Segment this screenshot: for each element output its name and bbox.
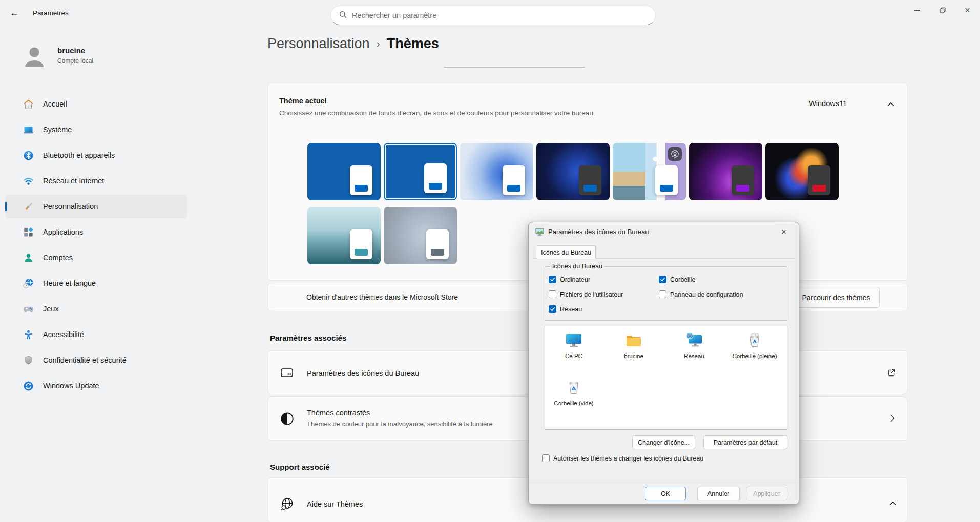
- bluetooth-icon: [23, 150, 34, 161]
- sidebar-item-label: Applications: [43, 228, 83, 236]
- sidebar-item-jeux[interactable]: Jeux: [5, 297, 187, 321]
- sidebar-item-label: Personnalisation: [43, 202, 98, 211]
- desktop-icon-ce-pc[interactable]: Ce PC: [543, 331, 604, 359]
- theme-thumbnail-windows-blue-current[interactable]: [384, 143, 457, 200]
- sidebar-item-label: Confidentialité et sécurité: [43, 356, 127, 364]
- desktop-icon-corbeille-pleine[interactable]: Corbeille (pleine): [724, 331, 785, 359]
- sidebar-item-label: Comptes: [43, 254, 73, 262]
- chevron-right-icon: [890, 414, 895, 424]
- card-subtitle: Thèmes de couleur pour la malvoyance, se…: [307, 420, 493, 428]
- dialog-title: Paramètres des icônes du Bureau: [548, 228, 649, 236]
- sidebar-item-label: Windows Update: [43, 382, 99, 390]
- cancel-button[interactable]: Annuler: [697, 487, 740, 500]
- apps-icon: [23, 226, 34, 238]
- sidebar-item-comptes[interactable]: Comptes: [5, 246, 187, 269]
- update-icon: [23, 380, 34, 391]
- restore-button[interactable]: [930, 0, 955, 20]
- ok-button[interactable]: OK: [645, 487, 686, 500]
- related-settings-heading: Paramètres associés: [270, 333, 346, 342]
- settings-window: ← Paramètres × brucine Compte local Accu…: [0, 0, 980, 522]
- sidebar-item-systeme[interactable]: Système: [5, 118, 187, 141]
- sidebar-item-heure-langue[interactable]: Heure et langue: [5, 272, 187, 295]
- avatar[interactable]: [18, 40, 50, 72]
- sidebar-item-applications[interactable]: Applications: [5, 220, 187, 244]
- change-icon-button[interactable]: Changer d'icône...: [632, 435, 695, 449]
- desktop-icon-corbeille-vide[interactable]: Corbeille (vide): [543, 379, 604, 406]
- close-button[interactable]: ×: [955, 0, 980, 20]
- theme-thumbnail-contrast-collage[interactable]: [613, 143, 686, 200]
- checkbox-ordinateur[interactable]: Ordinateur: [549, 276, 590, 283]
- checkbox-icon: [549, 305, 556, 313]
- restore-defaults-button[interactable]: Paramètres par défaut: [703, 435, 787, 449]
- theme-thumbnail-flow-gray[interactable]: [384, 207, 457, 264]
- breadcrumb-parent[interactable]: Personnalisation: [267, 36, 370, 52]
- sidebar-item-label: Accueil: [43, 100, 67, 108]
- minimize-button[interactable]: [905, 0, 930, 20]
- groupbox-label: Icônes du Bureau: [550, 263, 604, 270]
- support-heading: Support associé: [270, 463, 330, 471]
- tab-icones-du-bureau[interactable]: Icônes du Bureau: [536, 245, 596, 259]
- browse-themes-button[interactable]: Parcourir des thèmes: [793, 287, 880, 308]
- desktop-icon-settings-dialog: Paramètres des icônes du Bureau × Icônes…: [528, 222, 799, 505]
- sidebar-item-accueil[interactable]: Accueil: [5, 92, 187, 116]
- theme-thumbnail-glow-purple[interactable]: [689, 143, 762, 200]
- personalization-icon: [23, 201, 34, 212]
- user-icon: [18, 40, 50, 72]
- search-box[interactable]: [330, 6, 656, 25]
- sidebar-item-label: Accessibilité: [43, 330, 84, 339]
- breadcrumb-separator-icon: ›: [377, 37, 380, 50]
- theme-thumbnail-flower-dark[interactable]: [765, 143, 839, 200]
- desktop-icon-label: Réseau: [663, 353, 725, 359]
- dialog-titlebar[interactable]: Paramètres des icônes du Bureau ×: [529, 222, 799, 241]
- checkbox-panneau-configuration[interactable]: Panneau de configuration: [659, 290, 743, 298]
- current-theme-title: Thème actuel: [279, 97, 327, 105]
- sidebar-item-label: Réseau et Internet: [43, 177, 104, 185]
- desktop-icons-list: Ce PC brucine Réseau Corbeille (pleine) …: [545, 326, 787, 430]
- restore-icon: [940, 7, 946, 13]
- desktop-icon-label: brucine: [603, 353, 664, 359]
- theme-thumbnail-captured-motion[interactable]: [307, 207, 381, 264]
- checkbox-fichiers-utilisateur[interactable]: Fichiers de l'utilisateur: [549, 290, 623, 298]
- desktop-icon-brucine[interactable]: brucine: [603, 331, 664, 359]
- theme-thumbnail-bloom-light[interactable]: [460, 143, 533, 200]
- checkbox-label: Fichiers de l'utilisateur: [560, 291, 623, 298]
- sidebar-item-accessibilite[interactable]: Accessibilité: [5, 323, 187, 346]
- chevron-up-icon[interactable]: [889, 498, 896, 508]
- checkbox-corbeille[interactable]: Corbeille: [659, 276, 695, 283]
- back-button[interactable]: ←: [5, 4, 24, 22]
- expander-collapse-button[interactable]: [885, 98, 897, 110]
- accessibility-icon: [23, 329, 34, 340]
- theme-thumbnail-bloom-dark[interactable]: [536, 143, 610, 200]
- games-icon: [23, 303, 34, 315]
- dialog-footer-divider: [529, 482, 799, 482]
- window-controls: ×: [905, 0, 980, 20]
- desktop-icons-icon: [280, 366, 294, 382]
- store-row-label: Obtenir d'autres thèmes dans le Microsof…: [306, 293, 458, 301]
- desktop-icon-reseau[interactable]: Réseau: [663, 331, 725, 359]
- current-theme-value: Windows11: [809, 99, 847, 108]
- sidebar-item-personnalisation[interactable]: Personnalisation: [5, 195, 187, 218]
- search-icon: [339, 11, 347, 20]
- dialog-close-icon[interactable]: ×: [775, 225, 793, 239]
- checkbox-allow-themes[interactable]: Autoriser les thèmes à changer les icône…: [542, 454, 703, 462]
- user-account-type: Compte local: [57, 57, 93, 65]
- theme-thumbnail-windows-blue[interactable]: [307, 143, 381, 200]
- search-input[interactable]: [352, 11, 655, 19]
- sidebar-item-bluetooth[interactable]: Bluetooth et appareils: [5, 143, 187, 167]
- checkbox-label: Autoriser les thèmes à changer les icône…: [553, 455, 703, 462]
- checkbox-label: Corbeille: [670, 276, 695, 283]
- sidebar-item-label: Jeux: [43, 305, 59, 313]
- checkbox-label: Panneau de configuration: [670, 291, 743, 298]
- checkbox-icon: [549, 290, 556, 298]
- card-title: Paramètres des icônes du Bureau: [307, 369, 419, 378]
- network-icon: [23, 175, 34, 186]
- sidebar-item-confidentialite[interactable]: Confidentialité et sécurité: [5, 348, 187, 372]
- sidebar-item-windows-update[interactable]: Windows Update: [5, 374, 187, 398]
- external-link-icon[interactable]: [887, 368, 896, 379]
- sidebar-item-reseau[interactable]: Réseau et Internet: [5, 169, 187, 193]
- checkbox-reseau[interactable]: Réseau: [549, 305, 582, 313]
- sidebar-item-label: Heure et langue: [43, 279, 96, 287]
- desktop-icon-label: Ce PC: [543, 353, 604, 359]
- sidebar-item-label: Système: [43, 126, 72, 134]
- checkbox-icon: [659, 276, 666, 283]
